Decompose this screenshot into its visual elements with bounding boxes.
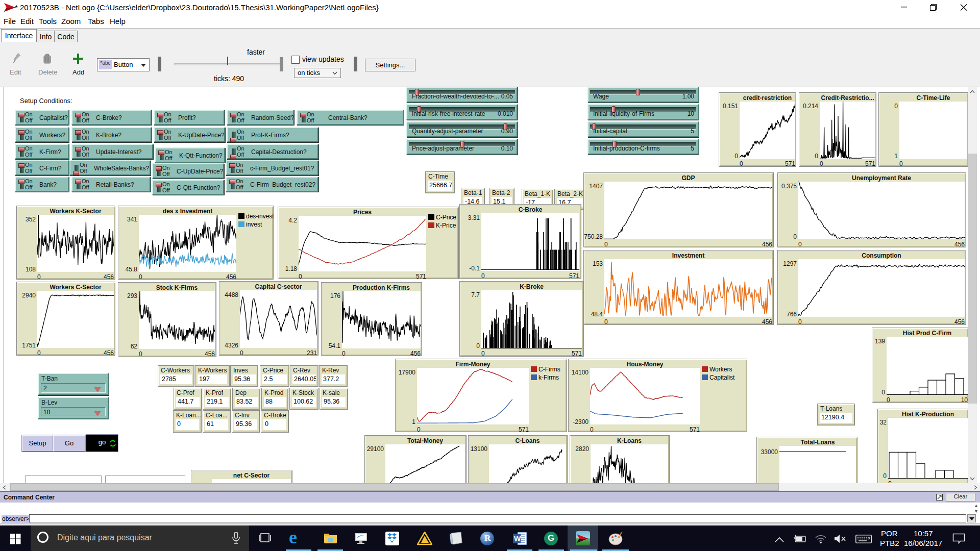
svg-text:W: W	[514, 535, 521, 543]
